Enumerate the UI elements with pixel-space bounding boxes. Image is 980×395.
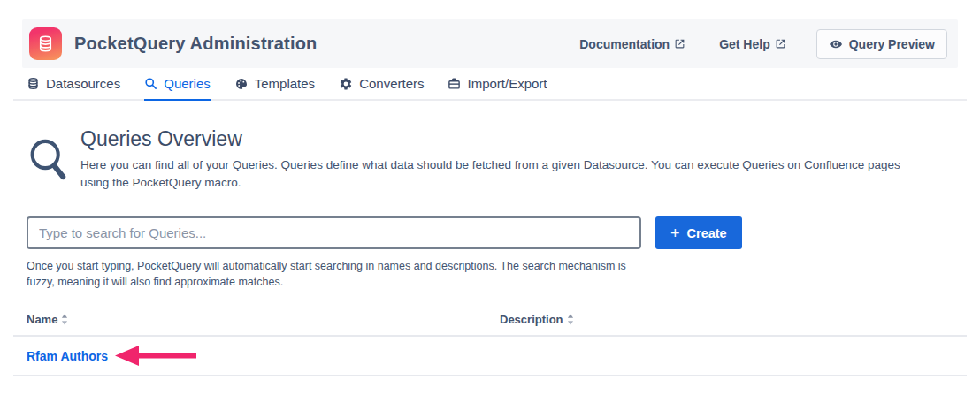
queries-table: Name Description R (13, 313, 967, 376)
tab-queries[interactable]: Queries (144, 76, 211, 101)
query-search-input[interactable] (27, 216, 641, 249)
section-description: Here you can find all of your Queries. Q… (80, 156, 905, 193)
column-header-name[interactable]: Name (27, 313, 500, 326)
tab-converters[interactable]: Converters (339, 76, 424, 101)
table-header-row: Name Description (13, 313, 967, 335)
column-header-description[interactable]: Description (500, 313, 574, 326)
eye-icon (829, 37, 843, 51)
sort-icon (567, 314, 574, 325)
query-preview-button[interactable]: Query Preview (816, 29, 947, 59)
database-icon (27, 77, 40, 90)
create-query-button[interactable]: + Create (655, 216, 742, 249)
palette-icon (234, 77, 249, 91)
search-icon (144, 77, 157, 90)
query-link-rfam-authors[interactable]: Rfam Authors (27, 349, 108, 363)
documentation-link[interactable]: Documentation (579, 37, 685, 51)
tab-templates[interactable]: Templates (234, 76, 315, 101)
sort-icon (61, 314, 68, 325)
annotation-arrow-icon (115, 346, 196, 366)
gear-icon (339, 77, 353, 91)
table-divider (13, 375, 967, 376)
admin-tab-bar: Datasources Queries Templat (13, 76, 967, 101)
search-row: + Create (27, 216, 742, 249)
plus-icon: + (670, 225, 680, 241)
external-link-icon (674, 38, 685, 49)
section-title: Queries Overview (80, 127, 905, 151)
get-help-link[interactable]: Get Help (719, 37, 786, 51)
search-helper-text: Once you start typing, PocketQuery will … (27, 258, 656, 290)
app-header: PocketQuery Administration Documentation… (22, 19, 958, 68)
queries-overview-section: Queries Overview Here you can find all o… (28, 126, 905, 193)
external-link-icon (775, 38, 786, 49)
pocketquery-admin-page: PocketQuery Administration Documentation… (0, 0, 980, 395)
tab-datasources[interactable]: Datasources (27, 76, 120, 101)
table-row: Rfam Authors (13, 337, 967, 375)
page-title: PocketQuery Administration (74, 34, 318, 54)
briefcase-icon (448, 77, 461, 90)
tab-import-export[interactable]: Import/Export (448, 76, 547, 101)
pocketquery-logo-icon (29, 27, 62, 60)
magnifier-icon (28, 128, 69, 193)
